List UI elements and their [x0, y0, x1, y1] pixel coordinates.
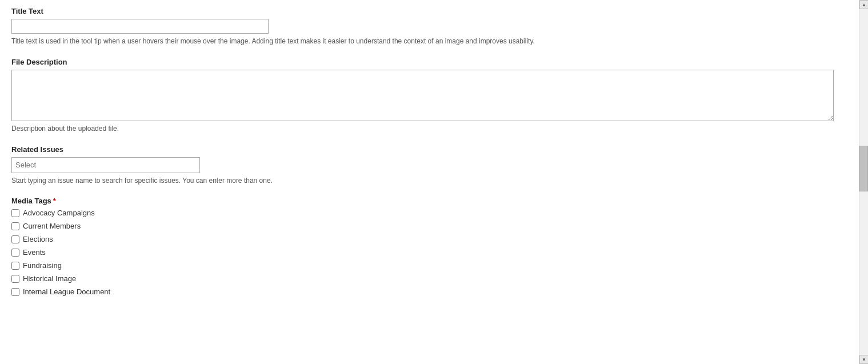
- checkbox-item-current-members[interactable]: Current Members: [11, 222, 857, 230]
- scrollbar-thumb[interactable]: [859, 146, 868, 191]
- scrollbar-arrow-down[interactable]: ▼: [859, 355, 868, 364]
- checkbox-item-events[interactable]: Events: [11, 248, 857, 257]
- checkbox-item-fundraising[interactable]: Fundraising: [11, 261, 857, 270]
- checkbox-advocacy-campaigns[interactable]: [11, 209, 19, 217]
- title-text-input[interactable]: [11, 19, 269, 34]
- required-indicator: *: [53, 197, 56, 205]
- related-issues-input[interactable]: [11, 157, 200, 173]
- media-tags-section: Media Tags* Advocacy Campaigns Current M…: [11, 197, 857, 296]
- checkbox-label-internal-league-document: Internal League Document: [23, 287, 110, 296]
- media-tags-checkbox-group: Advocacy Campaigns Current Members Elect…: [11, 209, 857, 296]
- title-text-section: Title Text Title text is used in the too…: [11, 7, 857, 46]
- title-text-hint: Title text is used in the tool tip when …: [11, 37, 857, 46]
- checkbox-item-historical-image[interactable]: Historical Image: [11, 274, 857, 283]
- checkbox-label-fundraising: Fundraising: [23, 261, 62, 270]
- related-issues-hint: Start typing an issue name to search for…: [11, 176, 857, 186]
- scrollbar-track: ▲ ▼: [859, 0, 868, 364]
- file-description-section: File Description Description about the u…: [11, 58, 857, 134]
- checkbox-current-members[interactable]: [11, 222, 19, 230]
- checkbox-events[interactable]: [11, 249, 19, 257]
- checkbox-label-current-members: Current Members: [23, 222, 81, 230]
- file-description-label: File Description: [11, 58, 857, 66]
- checkbox-item-elections[interactable]: Elections: [11, 235, 857, 243]
- checkbox-label-advocacy-campaigns: Advocacy Campaigns: [23, 209, 95, 217]
- checkbox-item-advocacy-campaigns[interactable]: Advocacy Campaigns: [11, 209, 857, 217]
- checkbox-fundraising[interactable]: [11, 262, 19, 270]
- title-text-label: Title Text: [11, 7, 857, 15]
- related-issues-section: Related Issues Start typing an issue nam…: [11, 145, 857, 186]
- checkbox-historical-image[interactable]: [11, 275, 19, 283]
- checkbox-label-elections: Elections: [23, 235, 53, 243]
- checkbox-internal-league-document[interactable]: [11, 288, 19, 296]
- file-description-input[interactable]: [11, 70, 834, 121]
- checkbox-label-events: Events: [23, 248, 46, 257]
- checkbox-elections[interactable]: [11, 235, 19, 243]
- checkbox-label-historical-image: Historical Image: [23, 274, 76, 283]
- scrollbar-arrow-up[interactable]: ▲: [859, 0, 868, 9]
- checkbox-item-internal-league-document[interactable]: Internal League Document: [11, 287, 857, 296]
- page-container: Title Text Title text is used in the too…: [0, 0, 868, 364]
- media-tags-label: Media Tags*: [11, 197, 857, 205]
- file-description-hint: Description about the uploaded file.: [11, 124, 857, 134]
- related-issues-label: Related Issues: [11, 145, 857, 154]
